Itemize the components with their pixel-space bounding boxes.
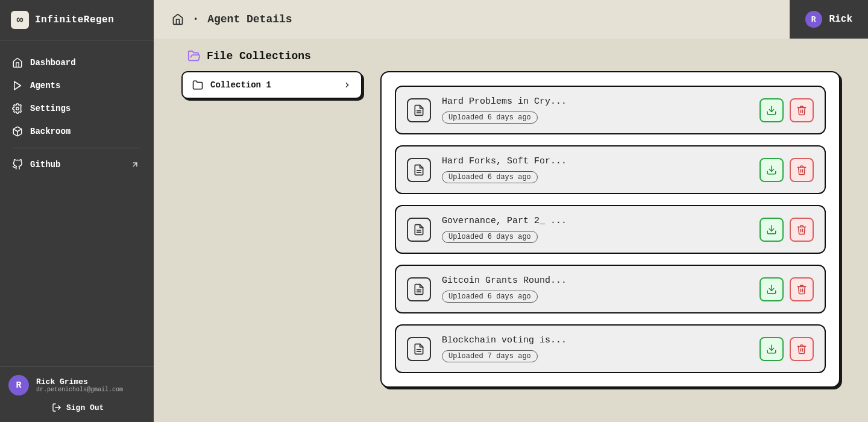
file-actions bbox=[760, 277, 814, 301]
app-logo: ∞ bbox=[11, 11, 29, 29]
file-card: Gitcoin Grants Round... Uploaded 6 days … bbox=[395, 265, 826, 313]
avatar: R bbox=[8, 375, 29, 395]
delete-button[interactable] bbox=[790, 158, 814, 182]
page-title: Agent Details bbox=[207, 13, 292, 25]
uploaded-badge: Uploaded 6 days ago bbox=[442, 231, 538, 243]
uploaded-badge: Uploaded 6 days ago bbox=[442, 291, 538, 303]
file-icon bbox=[407, 158, 431, 182]
download-button[interactable] bbox=[760, 158, 784, 182]
box-icon bbox=[12, 126, 23, 137]
file-actions bbox=[760, 158, 814, 182]
breadcrumb-sep: • bbox=[193, 15, 198, 24]
file-card: Hard Forks, Soft For... Uploaded 6 days … bbox=[395, 145, 826, 194]
download-button[interactable] bbox=[760, 218, 784, 242]
file-name: Hard Problems in Cry... bbox=[442, 96, 749, 107]
sidebar: ∞ InfiniteRegen Dashboard Agents Setting… bbox=[0, 0, 154, 422]
home-icon bbox=[12, 57, 23, 68]
delete-button[interactable] bbox=[790, 218, 814, 242]
signout-icon bbox=[52, 403, 61, 412]
collection-card[interactable]: Collection 1 bbox=[181, 71, 362, 99]
delete-button[interactable] bbox=[790, 98, 814, 122]
file-meta: Hard Forks, Soft For... Uploaded 6 days … bbox=[442, 156, 749, 183]
sidebar-footer: R Rick Grimes dr.petenichols@gmail.com S… bbox=[0, 366, 154, 422]
download-icon bbox=[766, 105, 777, 116]
file-actions bbox=[760, 337, 814, 361]
collections-column: Collection 1 bbox=[181, 71, 362, 99]
file-actions bbox=[760, 98, 814, 122]
sidebar-item-agents[interactable]: Agents bbox=[6, 74, 148, 97]
file-name: Gitcoin Grants Round... bbox=[442, 276, 749, 286]
user-email: dr.petenichols@gmail.com bbox=[36, 386, 123, 393]
file-card: Blockchain voting is... Uploaded 7 days … bbox=[395, 324, 826, 373]
gear-icon bbox=[12, 103, 23, 114]
open-folder-icon bbox=[187, 49, 201, 63]
columns: Collection 1 Hard Problems in Cry... Upl… bbox=[181, 71, 840, 388]
files-column: Hard Problems in Cry... Uploaded 6 days … bbox=[380, 71, 840, 388]
external-link-icon bbox=[131, 160, 139, 169]
section-heading: File Collections bbox=[181, 46, 840, 71]
avatar-initial: R bbox=[16, 380, 21, 391]
file-meta: Governance, Part 2_ ... Uploaded 6 days … bbox=[442, 216, 749, 243]
infinity-icon: ∞ bbox=[17, 14, 24, 26]
user-info: Rick Grimes dr.petenichols@gmail.com bbox=[36, 377, 123, 393]
avatar: R bbox=[805, 11, 822, 28]
file-icon bbox=[407, 98, 431, 122]
trash-icon bbox=[796, 344, 807, 354]
uploaded-badge: Uploaded 6 days ago bbox=[442, 112, 538, 124]
avatar-initial: R bbox=[811, 15, 816, 24]
section-title: File Collections bbox=[207, 50, 311, 62]
file-card: Governance, Part 2_ ... Uploaded 6 days … bbox=[395, 205, 826, 254]
user-block[interactable]: R Rick Grimes dr.petenichols@gmail.com bbox=[0, 367, 154, 399]
github-icon bbox=[12, 159, 23, 170]
chevron-right-icon bbox=[343, 81, 351, 89]
file-meta: Hard Problems in Cry... Uploaded 6 days … bbox=[442, 96, 749, 124]
svg-marker-0 bbox=[14, 81, 21, 90]
sidebar-item-label: Backroom bbox=[30, 127, 71, 136]
file-name: Blockchain voting is... bbox=[442, 335, 749, 345]
files-panel: Hard Problems in Cry... Uploaded 6 days … bbox=[380, 71, 840, 388]
download-icon bbox=[766, 284, 777, 295]
file-name: Governance, Part 2_ ... bbox=[442, 216, 749, 226]
download-icon bbox=[766, 224, 777, 235]
header: • Agent Details R Rick bbox=[154, 0, 868, 39]
file-icon bbox=[407, 218, 431, 242]
folder-icon bbox=[192, 80, 203, 90]
download-icon bbox=[766, 344, 777, 354]
svg-line-3 bbox=[133, 163, 137, 166]
header-user[interactable]: R Rick bbox=[790, 0, 868, 39]
file-icon bbox=[407, 337, 431, 361]
trash-icon bbox=[796, 165, 807, 175]
file-meta: Gitcoin Grants Round... Uploaded 6 days … bbox=[442, 276, 749, 303]
sidebar-item-settings[interactable]: Settings bbox=[6, 97, 148, 120]
breadcrumb: • Agent Details bbox=[172, 13, 292, 25]
sidebar-item-label: Github bbox=[30, 160, 60, 169]
file-actions bbox=[760, 218, 814, 242]
nav-divider bbox=[13, 148, 140, 148]
download-icon bbox=[766, 165, 777, 175]
app-name: InfiniteRegen bbox=[35, 14, 114, 25]
signout-button[interactable]: Sign Out bbox=[0, 399, 154, 422]
download-button[interactable] bbox=[760, 98, 784, 122]
sidebar-header: ∞ InfiniteRegen bbox=[0, 0, 154, 40]
uploaded-badge: Uploaded 7 days ago bbox=[442, 350, 538, 362]
file-card: Hard Problems in Cry... Uploaded 6 days … bbox=[395, 86, 826, 134]
delete-button[interactable] bbox=[790, 277, 814, 301]
sidebar-item-label: Settings bbox=[30, 104, 71, 113]
file-icon bbox=[407, 277, 431, 301]
delete-button[interactable] bbox=[790, 337, 814, 361]
download-button[interactable] bbox=[760, 277, 784, 301]
user-full-name: Rick Grimes bbox=[36, 377, 123, 386]
download-button[interactable] bbox=[760, 337, 784, 361]
sidebar-item-github[interactable]: Github bbox=[6, 153, 148, 176]
sidebar-item-backroom[interactable]: Backroom bbox=[6, 120, 148, 143]
svg-point-1 bbox=[16, 107, 19, 110]
main-content: File Collections Collection 1 bbox=[154, 39, 868, 422]
file-name: Hard Forks, Soft For... bbox=[442, 156, 749, 166]
uploaded-badge: Uploaded 6 days ago bbox=[442, 171, 538, 183]
play-icon bbox=[12, 80, 23, 91]
trash-icon bbox=[796, 284, 807, 295]
sidebar-item-dashboard[interactable]: Dashboard bbox=[6, 51, 148, 74]
header-user-name: Rick bbox=[829, 14, 852, 25]
home-icon[interactable] bbox=[172, 13, 184, 25]
sidebar-item-label: Dashboard bbox=[30, 58, 76, 68]
